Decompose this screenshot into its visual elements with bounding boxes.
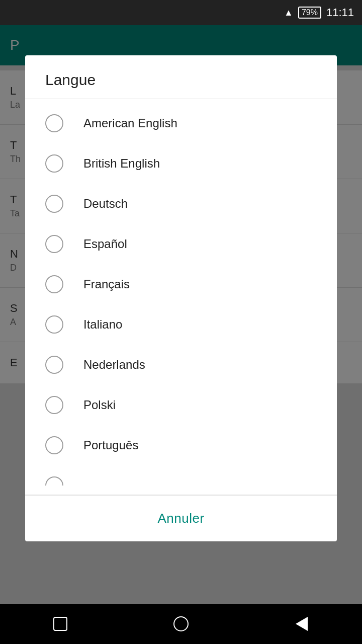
radio-partial[interactable] xyxy=(45,476,63,486)
option-partial[interactable] xyxy=(25,465,337,491)
dialog-actions: Annuler xyxy=(25,495,337,541)
nav-square-button[interactable] xyxy=(40,609,80,639)
nav-home-button[interactable] xyxy=(161,609,201,639)
radio-nederlands[interactable] xyxy=(45,356,63,374)
battery-indicator: 79% xyxy=(298,7,321,19)
option-label-polski: Polski xyxy=(83,398,116,412)
home-icon xyxy=(173,616,189,631)
option-label-british-english: British English xyxy=(83,156,160,171)
option-american-english[interactable]: American English xyxy=(25,103,337,143)
radio-francais[interactable] xyxy=(45,275,63,293)
option-espanol[interactable]: Español xyxy=(25,224,337,264)
status-bar: ▲ 79% 11:11 xyxy=(0,0,362,25)
clock: 11:11 xyxy=(326,6,354,19)
dialog-title: Langue xyxy=(25,55,337,99)
option-francais[interactable]: Français xyxy=(25,264,337,304)
radio-british-english[interactable] xyxy=(45,154,63,173)
radio-polski[interactable] xyxy=(45,396,63,414)
square-icon xyxy=(53,617,67,631)
option-label-espanol: Español xyxy=(83,237,127,251)
option-polski[interactable]: Polski xyxy=(25,385,337,425)
radio-american-english[interactable] xyxy=(45,114,63,132)
radio-deutsch[interactable] xyxy=(45,195,63,213)
option-nederlands[interactable]: Nederlands xyxy=(25,345,337,385)
option-british-english[interactable]: British English xyxy=(25,143,337,184)
option-label-portugues: Português xyxy=(83,438,138,452)
option-label-italiano: Italiano xyxy=(83,317,122,332)
option-label-nederlands: Nederlands xyxy=(83,358,145,372)
language-options-list[interactable]: American English British English Deutsch… xyxy=(25,99,337,495)
radio-espanol[interactable] xyxy=(45,235,63,253)
radio-italiano[interactable] xyxy=(45,315,63,334)
option-italiano[interactable]: Italiano xyxy=(25,304,337,345)
option-portugues[interactable]: Português xyxy=(25,425,337,465)
back-icon xyxy=(296,617,308,631)
language-dialog: Langue American English British English … xyxy=(25,55,337,541)
signal-icon: ▲ xyxy=(284,8,293,18)
option-label-american-english: American English xyxy=(83,116,177,130)
option-label-deutsch: Deutsch xyxy=(83,197,128,211)
modal-overlay: Langue American English British English … xyxy=(0,25,362,619)
nav-back-button[interactable] xyxy=(282,609,322,639)
nav-bar xyxy=(0,604,362,644)
radio-portugues[interactable] xyxy=(45,436,63,454)
option-label-francais: Français xyxy=(83,277,130,291)
cancel-button[interactable]: Annuler xyxy=(142,506,219,531)
option-deutsch[interactable]: Deutsch xyxy=(25,184,337,224)
